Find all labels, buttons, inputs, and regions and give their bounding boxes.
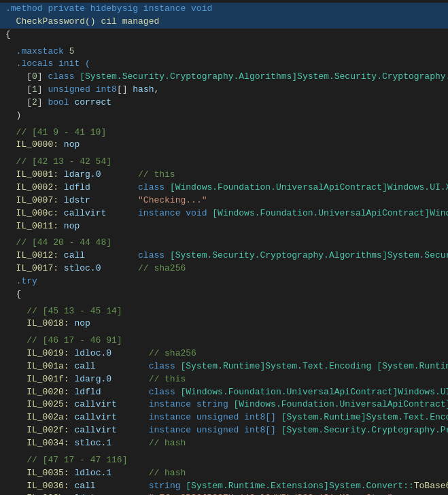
- open-brace: {: [0, 29, 448, 41]
- maxstack-line: .maxstack 5: [0, 46, 448, 58]
- il-000c: IL_000c: callvirt instance void [Windows…: [0, 207, 448, 220]
- il-0020: IL_0020: ldfld class [Windows.Foundation…: [0, 386, 448, 399]
- method-name: CheckPassword() cil managed: [5, 16, 159, 27]
- il-001a: IL_001a: call class [System.Runtime]Syst…: [0, 360, 448, 373]
- il-0025: IL_0025: callvirt instance string [Windo…: [0, 398, 448, 411]
- il-0034: IL_0034: stloc.1 // hash: [0, 437, 448, 450]
- locals-init-line: .locals init (: [0, 58, 448, 71]
- comment-45: // [45 13 - 45 14]: [0, 305, 448, 318]
- il-0019: IL_0019: ldloc.0 // sha256: [0, 347, 448, 360]
- il-0017: IL_0017: stloc.0 // sha256: [0, 262, 448, 275]
- local-2-line: [2] bool correct: [0, 97, 448, 109]
- il-002a: IL_002a: callvirt instance unsigned int8…: [0, 411, 448, 424]
- il-002f: IL_002f: callvirt instance unsigned int8…: [0, 424, 448, 437]
- comment-42: // [42 13 - 42 54]: [0, 156, 448, 169]
- comment-41: // [41 9 - 41 10]: [0, 126, 448, 139]
- code-viewer: .method private hidebysig instance void …: [0, 0, 448, 495]
- local-1-line: [1] unsigned int8[] hash,: [0, 84, 448, 97]
- il-0035: IL_0035: ldloc.1 // hash: [0, 467, 448, 480]
- il-0000: IL_0000: nop: [0, 139, 448, 152]
- locals-close-line: ): [0, 109, 448, 122]
- il-0011: IL_0011: nop: [0, 220, 448, 233]
- kw-method: .method private hidebysig instance void: [5, 3, 212, 14]
- il-003b: IL_003b: ldstr "mZfua8BSQJP337Kuj4Cpl9dV…: [0, 492, 448, 495]
- il-0036: IL_0036: call string [System.Runtime.Ext…: [0, 480, 448, 493]
- method-signature-line2: CheckPassword() cil managed: [0, 16, 448, 29]
- comment-46: // [46 17 - 46 91]: [0, 335, 448, 347]
- comment-44: // [44 20 - 44 48]: [0, 237, 448, 250]
- il-0007: IL_0007: ldstr "Checking...": [0, 194, 448, 207]
- il-001f: IL_001f: ldarg.0 // this: [0, 373, 448, 386]
- comment-47: // [47 17 - 47 116]: [0, 454, 448, 467]
- il-0012: IL_0012: call class [System.Security.Cry…: [0, 250, 448, 262]
- il-0018: IL_0018: nop: [0, 318, 448, 330]
- try-keyword: .try: [0, 275, 448, 288]
- il-0001: IL_0001: ldarg.0 // this: [0, 169, 448, 182]
- method-signature-line1: .method private hidebysig instance void: [0, 3, 448, 16]
- local-0-line: [0] class [System.Security.Cryptography.…: [0, 71, 448, 84]
- try-open-brace: {: [0, 288, 448, 301]
- il-0002: IL_0002: ldfld class [Windows.Foundation…: [0, 182, 448, 194]
